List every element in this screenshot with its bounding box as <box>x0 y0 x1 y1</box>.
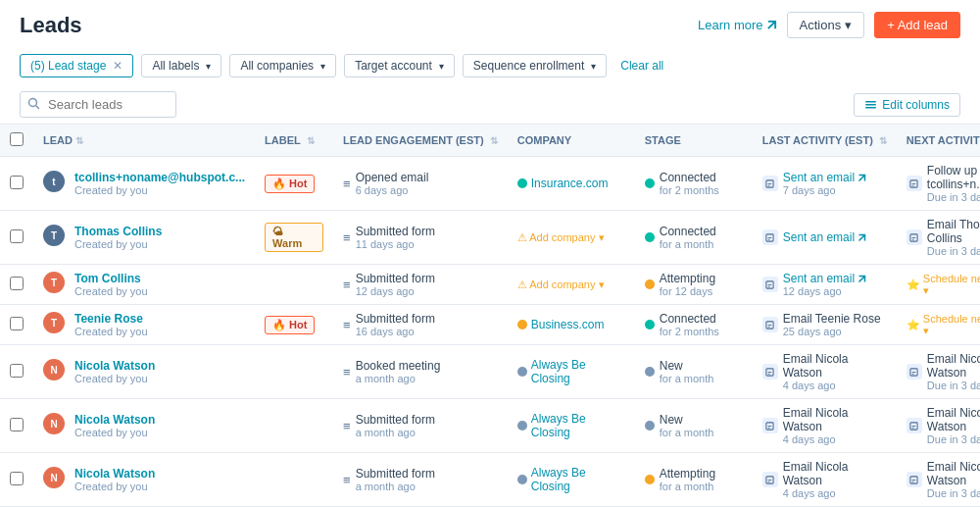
next-activity-label[interactable]: Follow up with tcollins+n... <box>927 164 980 191</box>
engagement-icon: ≡ <box>343 278 351 292</box>
last-activity-label[interactable]: Sent an email <box>783 272 866 285</box>
company-dot <box>517 178 527 188</box>
row-checkbox[interactable] <box>10 364 24 378</box>
lead-name[interactable]: Nicola Watson <box>74 467 155 481</box>
stage-dot <box>645 421 655 431</box>
engagement-cell: ≡ Submitted form a month ago <box>333 399 508 453</box>
clear-all-button[interactable]: Clear all <box>614 55 669 76</box>
last-activity-cell: Email Nicola Watson 4 days ago <box>753 345 897 399</box>
lead-sub: Created by you <box>74 326 148 337</box>
next-activity-icon <box>906 364 922 380</box>
last-activity-icon <box>762 176 778 191</box>
lead-name[interactable]: Teenie Rose <box>74 312 148 326</box>
next-activity-label[interactable]: Email Nicola Watson <box>927 460 980 487</box>
last-activity-sub: 4 days ago <box>783 433 887 445</box>
avatar: t <box>43 171 65 192</box>
company-cell: Always Be Closing <box>508 345 635 399</box>
next-activity-sub: Due in 3 days <box>927 245 980 257</box>
last-activity-label: Email Nicola Watson <box>783 406 887 433</box>
label-cell <box>255 345 333 399</box>
stage-cell: Connected for 2 months <box>635 157 753 211</box>
stage-dot <box>645 279 655 289</box>
add-company-link[interactable]: ⚠ Add company ▾ <box>517 231 625 244</box>
next-activity-icon <box>906 229 922 245</box>
schedule-next-activity[interactable]: ⭐ Schedule next activity ▾ <box>906 313 980 337</box>
company-link[interactable]: Business.com <box>517 318 625 331</box>
last-activity-cell: Sent an email 12 days ago <box>753 265 897 305</box>
engagement-text: Submitted form <box>356 225 435 238</box>
lead-name[interactable]: Nicola Watson <box>74 359 155 373</box>
company-link[interactable]: Always Be Closing <box>517 358 625 385</box>
last-activity-label[interactable]: Sent an email <box>783 171 866 184</box>
filter-sequence-enrollment[interactable]: Sequence enrollment ▾ <box>463 54 607 77</box>
select-all-checkbox[interactable] <box>10 132 24 146</box>
company-link[interactable]: Always Be Closing <box>517 412 625 439</box>
next-activity-icon <box>906 176 922 191</box>
engagement-cell: ≡ Opened email 6 days ago <box>333 157 508 211</box>
stage-label: New <box>660 359 714 373</box>
row-checkbox[interactable] <box>10 277 24 290</box>
filter-target-account[interactable]: Target account ▾ <box>344 54 455 77</box>
filter-all-labels[interactable]: All labels ▾ <box>141 54 221 77</box>
lead-sub: Created by you <box>74 184 245 196</box>
stage-label: Attempting <box>660 272 715 285</box>
page-title: Leads <box>20 13 82 38</box>
lead-name[interactable]: Thomas Collins <box>74 225 162 238</box>
next-activity-label[interactable]: Email Nicola Watson <box>927 406 980 433</box>
engagement-text: Submitted form <box>356 312 435 326</box>
header-actions: Learn more Actions ▾ + Add lead <box>698 12 960 38</box>
last-activity-sub: 12 days ago <box>783 285 866 297</box>
search-wrap <box>20 91 176 118</box>
engagement-sub: a month ago <box>356 373 441 384</box>
filter-lead-stage[interactable]: (5) Lead stage ✕ <box>20 54 133 77</box>
lead-name[interactable]: Tom Collins <box>74 272 148 285</box>
company-link[interactable]: Always Be Closing <box>517 466 625 493</box>
label-cell <box>255 265 333 305</box>
table-row: t tcollins+noname@hubspot.c... Created b… <box>0 157 980 211</box>
schedule-next-activity[interactable]: ⭐ Schedule next activity ▾ <box>906 273 980 297</box>
company-link[interactable]: Insurance.com <box>517 177 625 190</box>
last-activity-cell: Sent an email 7 days ago <box>753 157 897 211</box>
row-checkbox[interactable] <box>10 317 24 330</box>
row-checkbox[interactable] <box>10 229 24 243</box>
next-activity-label[interactable]: Email Thomas Collins <box>927 218 980 245</box>
company-cell: Always Be Closing <box>508 399 635 453</box>
next-activity-sub: Due in 3 days <box>927 380 980 391</box>
filter-all-companies[interactable]: All companies ▾ <box>229 54 336 77</box>
stage-dot <box>645 475 655 484</box>
actions-button[interactable]: Actions ▾ <box>787 12 865 38</box>
table-row: N Nicola Watson Created by you ≡ Submitt… <box>0 399 980 453</box>
engagement-sub: a month ago <box>356 481 435 492</box>
engagement-icon: ≡ <box>343 473 351 487</box>
engagement-icon: ≡ <box>343 318 351 332</box>
avatar: T <box>43 272 65 293</box>
last-activity-sub: 25 days ago <box>783 326 881 337</box>
stage-cell: Connected for 2 months <box>635 305 753 345</box>
search-input[interactable] <box>20 91 176 118</box>
edit-columns-button[interactable]: Edit columns <box>854 93 960 117</box>
lead-name[interactable]: Nicola Watson <box>74 413 155 427</box>
engagement-text: Submitted form <box>356 467 435 481</box>
row-checkbox[interactable] <box>10 418 24 431</box>
next-activity-cell: ⭐ Schedule next activity ▾ <box>897 265 980 305</box>
company-dot <box>517 367 527 377</box>
learn-more-link[interactable]: Learn more <box>698 18 776 32</box>
add-company-link[interactable]: ⚠ Add company ▾ <box>517 279 625 291</box>
label-cell: 🔥 Hot <box>255 305 333 345</box>
next-activity-cell: Email Thomas Collins Due in 3 days <box>897 211 980 265</box>
stage-dot <box>645 320 655 330</box>
filter-lead-stage-close[interactable]: ✕ <box>113 59 122 73</box>
table-row: N Nicola Watson Created by you ≡ Booked … <box>0 345 980 399</box>
table-row: N Nicola Watson Created by you ≡ Submitt… <box>0 453 980 507</box>
add-lead-button[interactable]: + Add lead <box>874 12 960 38</box>
lead-cell: T Thomas Collins Created by you <box>33 211 255 265</box>
row-checkbox[interactable] <box>10 176 24 189</box>
avatar: N <box>43 467 65 488</box>
last-activity-label[interactable]: Sent an email <box>783 230 866 244</box>
stage-label: Attempting <box>660 467 715 481</box>
lead-name[interactable]: tcollins+noname@hubspot.c... <box>74 171 245 184</box>
star-icon: ⭐ <box>906 279 920 291</box>
row-checkbox[interactable] <box>10 472 24 485</box>
next-activity-label[interactable]: Email Nicola Watson <box>927 352 980 380</box>
lead-cell: T Tom Collins Created by you <box>33 265 255 305</box>
